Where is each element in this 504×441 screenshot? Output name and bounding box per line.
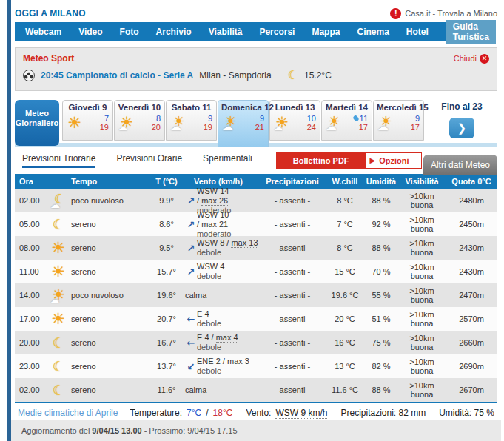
sky-condition-cell: sereno <box>71 243 148 252</box>
sky-condition-cell: poco nuvoloso <box>71 196 148 205</box>
day-label: Mercoledì 15 <box>377 103 420 112</box>
wind-speed: WSW 14 <box>197 186 229 195</box>
next-days-arrow-button[interactable]: ❯ <box>449 118 474 138</box>
nav-item[interactable]: Foto <box>120 27 139 37</box>
climate-wind-value: WSW 9 km/h <box>275 408 327 419</box>
nav-item[interactable]: Archivio <box>156 27 192 37</box>
subtab[interactable]: Previsioni Orarie <box>116 153 182 168</box>
temperature-cell: 9.9° <box>148 196 185 205</box>
guida-turistica-button[interactable]: Guida Turistica <box>446 19 497 44</box>
day-tab[interactable]: Martedì 14 11 17 <box>321 100 372 141</box>
max-temp: 17 <box>411 123 420 132</box>
column-header: Tempo <box>71 177 148 186</box>
temperature-cell: 9.5° <box>148 243 185 252</box>
forecast-table-row: 20.00 sereno 16.7° E 4 / max 4 debole - … <box>15 331 497 354</box>
temperature-cell: 20.7° <box>148 314 185 323</box>
day-tab[interactable]: Mercoledì 15 9 17 <box>373 100 424 141</box>
page-title: OGGI A MILANO <box>15 8 86 18</box>
nav-item[interactable]: Video <box>78 27 102 37</box>
casait-link[interactable]: ! Casa.it - Trovala a Milano <box>390 8 497 19</box>
column-header: Visibilità <box>398 177 446 186</box>
column-header: W.chill <box>326 177 364 186</box>
sport-event-link[interactable]: 20:45 Campionato di calcio - Serie A <box>41 70 193 81</box>
weather-icon <box>50 192 68 209</box>
bollettino-pdf-button[interactable]: Bollettino PDF <box>277 153 366 168</box>
wind-speed: WSW 8 <box>197 238 224 247</box>
hour-cell: 20.00 <box>15 338 47 347</box>
day-tab[interactable]: Sabato 11 9 19 <box>166 100 217 141</box>
medie-climatiche-link[interactable]: Medie climatiche di Aprile <box>18 408 118 418</box>
hour-cell: 02.00 <box>15 196 47 205</box>
sky-condition-cell: sereno <box>71 267 148 276</box>
forecast-table-row: 17.00 sereno 20.7° E 4 / debole - assent… <box>15 307 497 331</box>
nav-item[interactable]: Mappa <box>312 27 340 37</box>
nav-item[interactable]: Percorsi <box>259 27 295 37</box>
column-header: Vento (km/h) <box>185 177 259 186</box>
visibility-cell: >10kmbuona <box>398 334 446 351</box>
close-icon[interactable]: ✕ <box>480 54 489 64</box>
wind-cell: WSW 8 / max 13 debole <box>185 238 259 257</box>
altri-dati-meteo-button[interactable]: Altri dati Meteo <box>423 155 497 175</box>
windchill-cell: 13 °C <box>326 362 364 371</box>
wind-max: max 26 <box>201 196 228 206</box>
subtab-items: Previsioni TriorariePrevisioni OrarieSpe… <box>22 153 273 168</box>
subtab[interactable]: Previsioni Triorarie <box>22 153 95 168</box>
soccer-ball-icon <box>23 70 35 81</box>
wind-cell: E 4 / max 4 debole <box>185 333 259 352</box>
weather-icon <box>50 334 68 351</box>
weather-icon <box>50 381 68 399</box>
wind-cell: ENE 2 / max 3 debole <box>185 357 259 376</box>
sky-condition-cell: sereno <box>71 362 148 371</box>
nav-item[interactable]: Cinema <box>357 27 389 37</box>
forecast-table-row: 14.00 poco nuvoloso 19.6° calma / - asse… <box>15 283 497 307</box>
nav-item[interactable]: Viabilità <box>209 27 243 37</box>
temperature-cell: 19.6° <box>148 291 185 300</box>
min-temp: 9 <box>208 114 212 123</box>
close-banner-button[interactable]: Chiudi ✕ <box>454 54 489 64</box>
visibility-cell: >10kmbuona <box>398 192 446 209</box>
day-tab[interactable]: Giovedì 9 7 19 <box>62 100 113 141</box>
day-label: Domenica 12 <box>221 103 265 112</box>
nav-item[interactable]: Hotel <box>406 27 429 37</box>
sub-tabs-row: Previsioni TriorariePrevisioni OrarieSpe… <box>15 147 497 174</box>
visibility-cell: >10kmbuona <box>398 286 446 304</box>
temperature-cell: 13.7° <box>148 362 185 371</box>
wind-strength: debole <box>197 343 238 352</box>
wind-cell: WSW 10 / max 21 moderato <box>185 210 259 239</box>
nav-items: WebcamVideoFotoArchivioViabilitàPercorsi… <box>25 27 446 37</box>
precipitation-cell: - assenti - <box>259 220 326 229</box>
max-temp: 19 <box>100 123 109 132</box>
climate-wind-label: Vento: <box>246 408 271 418</box>
max-temp: 17 <box>359 123 368 132</box>
visibility-cell: >10kmbuona <box>398 357 446 375</box>
column-header: Ora <box>15 177 71 186</box>
wind-speed: E 4 <box>197 333 209 342</box>
sport-temperature: 15.2°C <box>304 70 332 81</box>
day-tabs: Giovedì 9 7 19 Venerdì 10 8 20 Sabato 11… <box>62 100 425 147</box>
casait-logo-icon: ! <box>390 8 401 19</box>
subtab[interactable]: Sperimentali <box>203 153 252 168</box>
opzioni-button[interactable]: ▶ Opzioni <box>366 153 421 168</box>
wind-strength: debole <box>197 366 249 376</box>
day-tab[interactable]: Domenica 12 9 21 <box>218 100 269 147</box>
pdf-options-group: Bollettino PDF ▶ Opzioni <box>276 152 422 169</box>
nav-item[interactable]: Webcam <box>25 27 61 37</box>
humidity-cell: 55 % <box>364 291 398 300</box>
windchill-cell: 16 °C <box>326 338 364 347</box>
wind-strength: debole <box>197 272 224 281</box>
wind-speed: ENE 2 <box>197 357 221 366</box>
visibility-cell: >10kmbuona <box>398 310 446 328</box>
wind-direction-arrow-icon <box>185 361 197 372</box>
wind-strength: debole <box>197 248 258 257</box>
humidity-cell: 88 % <box>364 386 398 394</box>
freezing-altitude-cell: 2690m <box>446 362 497 371</box>
day-tab[interactable]: Lunedì 13 10 24 <box>269 100 320 141</box>
freezing-altitude-cell: 2570m <box>446 314 497 323</box>
humidity-cell: 70 % <box>364 267 398 276</box>
windchill-cell: 8 °C <box>326 243 364 252</box>
tab-meteo-giornaliero[interactable]: Meteo Giornaliero <box>15 100 59 146</box>
min-temp: 9 <box>260 114 264 123</box>
day-label: Giovedì 9 <box>66 103 110 112</box>
day-tab[interactable]: Venerdì 10 8 20 <box>114 100 165 141</box>
precipitation-cell: - assenti - <box>259 267 326 276</box>
